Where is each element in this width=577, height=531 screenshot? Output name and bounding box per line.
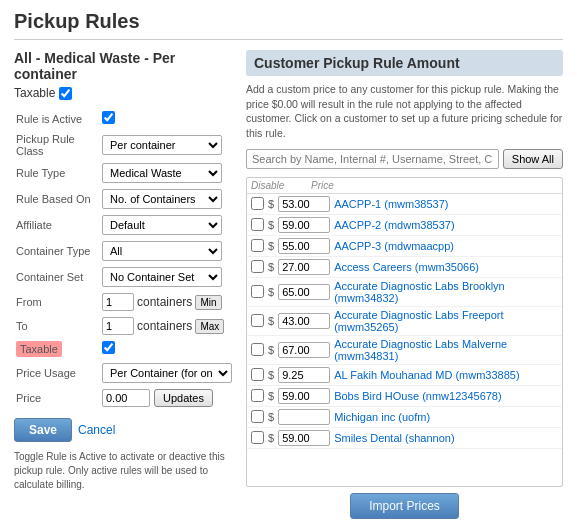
save-button[interactable]: Save <box>14 418 72 442</box>
to-input[interactable] <box>102 317 134 335</box>
cancel-link[interactable]: Cancel <box>78 423 115 437</box>
customer-disable-checkbox[interactable] <box>251 218 264 231</box>
customer-list-items: $ AACPP-1 (mwm38537) $ AACPP-2 (mdwm3853… <box>247 194 562 449</box>
price-usage-select[interactable]: Per Container (for only <box>102 363 232 383</box>
customer-price-input[interactable] <box>278 196 330 212</box>
container-set-label: Container Set <box>14 264 100 290</box>
updates-button[interactable]: Updates <box>154 389 213 407</box>
customer-name[interactable]: Michigan inc (uofm) <box>334 411 430 423</box>
customer-item: $ Michigan inc (uofm) <box>247 407 562 428</box>
price-prefix: $ <box>268 369 274 381</box>
toggle-note: Toggle Rule is Active to activate or dea… <box>14 450 234 492</box>
price-prefix: $ <box>268 240 274 252</box>
taxable-label-top: Taxable <box>14 86 55 100</box>
from-min-button[interactable]: Min <box>195 295 221 310</box>
customer-disable-checkbox[interactable] <box>251 389 264 402</box>
customer-name[interactable]: Bobs Bird HOuse (nmw12345678) <box>334 390 502 402</box>
customer-search-input[interactable] <box>246 149 499 169</box>
customer-disable-checkbox[interactable] <box>251 431 264 444</box>
price-row: Price Updates <box>14 386 234 410</box>
taxable-row: Taxable <box>14 338 234 360</box>
rule-is-active-checkbox[interactable] <box>102 111 115 124</box>
customer-price-input[interactable] <box>278 430 330 446</box>
container-type-label: Container Type <box>14 238 100 264</box>
affiliate-row: Affiliate Default <box>14 212 234 238</box>
right-panel-title: Customer Pickup Rule Amount <box>246 50 563 76</box>
to-containers-label: containers <box>137 319 192 333</box>
customer-name[interactable]: AL Fakih Mouhanad MD (mwm33885) <box>334 369 519 381</box>
customer-disable-checkbox[interactable] <box>251 343 264 356</box>
from-row: From containers Min <box>14 290 234 314</box>
rule-based-on-row: Rule Based On No. of Containers <box>14 186 234 212</box>
right-panel-description: Add a custom price to any customer for t… <box>246 82 563 141</box>
customer-disable-checkbox[interactable] <box>251 239 264 252</box>
container-type-row: Container Type All <box>14 238 234 264</box>
price-prefix: $ <box>268 315 274 327</box>
customer-price-input[interactable] <box>278 238 330 254</box>
pickup-rule-class-label: Pickup Rule Class <box>14 130 100 160</box>
show-all-button[interactable]: Show All <box>503 149 563 169</box>
customer-name[interactable]: Smiles Dental (shannon) <box>334 432 454 444</box>
price-usage-row: Price Usage Per Container (for only <box>14 360 234 386</box>
customer-disable-checkbox[interactable] <box>251 368 264 381</box>
from-input[interactable] <box>102 293 134 311</box>
from-containers-label: containers <box>137 295 192 309</box>
customer-disable-checkbox[interactable] <box>251 197 264 210</box>
rule-type-row: Rule Type Medical Waste <box>14 160 234 186</box>
price-prefix: $ <box>268 286 274 298</box>
customer-item: $ Bobs Bird HOuse (nmw12345678) <box>247 386 562 407</box>
customer-disable-checkbox[interactable] <box>251 285 264 298</box>
customer-name[interactable]: AACPP-2 (mdwm38537) <box>334 219 454 231</box>
customer-price-input[interactable] <box>278 313 330 329</box>
customer-list: Disable Price $ AACPP-1 (mwm38537) $ AAC… <box>246 177 563 487</box>
from-label: From <box>14 290 100 314</box>
rule-type-select[interactable]: Medical Waste <box>102 163 222 183</box>
customer-item: $ Accurate Diagnostic Labs Malverne (mwm… <box>247 336 562 365</box>
container-type-select[interactable]: All <box>102 241 222 261</box>
customer-price-input[interactable] <box>278 388 330 404</box>
taxable-field-label: Taxable <box>16 341 62 357</box>
affiliate-label: Affiliate <box>14 212 100 238</box>
customer-price-input[interactable] <box>278 217 330 233</box>
price-input[interactable] <box>102 389 150 407</box>
customer-disable-checkbox[interactable] <box>251 410 264 423</box>
customer-price-input[interactable] <box>278 409 330 425</box>
price-prefix: $ <box>268 411 274 423</box>
top-taxable-row: Taxable <box>14 86 234 100</box>
customer-name[interactable]: AACPP-1 (mwm38537) <box>334 198 448 210</box>
customer-price-input[interactable] <box>278 342 330 358</box>
customer-price-input[interactable] <box>278 284 330 300</box>
customer-name[interactable]: Accurate Diagnostic Labs Malverne (mwm34… <box>334 338 558 362</box>
price-prefix: $ <box>268 344 274 356</box>
to-max-button[interactable]: Max <box>195 319 224 334</box>
customer-list-header: Disable Price <box>247 178 562 194</box>
customer-item: $ AACPP-3 (mdwmaacpp) <box>247 236 562 257</box>
taxable-checkbox[interactable] <box>102 341 115 354</box>
rule-is-active-row: Rule is Active <box>14 108 234 130</box>
customer-name[interactable]: Accurate Diagnostic Labs Brooklyn (mwm34… <box>334 280 558 304</box>
taxable-checkbox-top[interactable] <box>59 87 72 100</box>
price-prefix: $ <box>268 390 274 402</box>
customer-name[interactable]: Accurate Diagnostic Labs Freeport (mwm35… <box>334 309 558 333</box>
affiliate-select[interactable]: Default <box>102 215 222 235</box>
disable-column-header: Disable <box>251 180 311 191</box>
container-set-select[interactable]: No Container Set <box>102 267 222 287</box>
container-set-row: Container Set No Container Set <box>14 264 234 290</box>
customer-price-input[interactable] <box>278 259 330 275</box>
to-row: To containers Max <box>14 314 234 338</box>
pickup-rule-class-select[interactable]: Per container <box>102 135 222 155</box>
customer-disable-checkbox[interactable] <box>251 314 264 327</box>
customer-name[interactable]: AACPP-3 (mdwmaacpp) <box>334 240 454 252</box>
customer-price-input[interactable] <box>278 367 330 383</box>
customer-item: $ Accurate Diagnostic Labs Freeport (mwm… <box>247 307 562 336</box>
rule-based-on-select[interactable]: No. of Containers <box>102 189 222 209</box>
customer-name[interactable]: Access Careers (mwm35066) <box>334 261 479 273</box>
import-prices-button[interactable]: Import Prices <box>350 493 459 519</box>
form-table: Rule is Active Pickup Rule Class Per con… <box>14 108 234 410</box>
save-cancel-row: Save Cancel <box>14 418 234 442</box>
to-label: To <box>14 314 100 338</box>
customer-disable-checkbox[interactable] <box>251 260 264 273</box>
pickup-rule-class-row: Pickup Rule Class Per container <box>14 130 234 160</box>
customer-item: $ AACPP-1 (mwm38537) <box>247 194 562 215</box>
left-panel: All - Medical Waste - Per container Taxa… <box>14 50 234 519</box>
